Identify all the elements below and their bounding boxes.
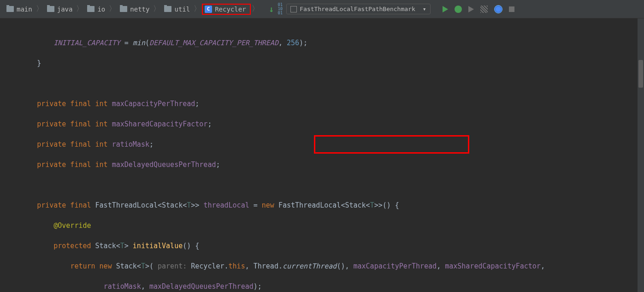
tok: maxSharedCapacityFactor [112, 120, 208, 128]
code-line: INITIAL_CAPACITY = min(DEFAULT_MAX_CAPAC… [6, 38, 644, 48]
tok: parent: [158, 262, 191, 270]
tok: () { [183, 242, 199, 250]
folder-icon [120, 6, 127, 12]
run-disabled-icon [468, 6, 474, 12]
tok: new [262, 201, 274, 209]
breadcrumb-label: util [174, 6, 190, 13]
debug-icon[interactable] [455, 6, 462, 13]
breadcrumbs: main 〉 java 〉 io 〉 netty 〉 util 〉 C Recy… [4, 4, 260, 15]
run-icon[interactable] [443, 6, 448, 12]
run-config-label: FastThreadLocalFastPathBenchmark [300, 6, 415, 12]
code-line [6, 78, 644, 89]
tok: 256 [287, 39, 299, 47]
build-arrow-icon[interactable]: ↓ [269, 4, 274, 14]
tok: initialValue [133, 242, 183, 250]
breadcrumb-util[interactable]: util [161, 4, 193, 15]
tok: DEFAULT_MAX_CAPACITY_PER_THREAD [149, 39, 278, 47]
tok: min [133, 39, 145, 47]
tok: (), [337, 262, 353, 270]
code-line: private final int maxCapacityPerThread; [6, 99, 644, 109]
breadcrumb-netty[interactable]: netty [117, 4, 152, 15]
tok: ( [145, 39, 149, 47]
code-line: private final int ratioMask; [6, 139, 644, 149]
tok: FastThreadLocal<Stack< [274, 201, 370, 209]
chevron-icon: 〉 [194, 4, 201, 14]
chevron-icon: 〉 [252, 4, 259, 14]
scroll-thumb[interactable] [638, 60, 643, 88]
folder-icon [164, 6, 171, 12]
tok: return new [70, 262, 116, 270]
tok: maxDelayedQueuesPerThread [149, 282, 254, 291]
code-line: @Override [6, 220, 644, 231]
toolbar-right: ↓ 01 10 01 FastThreadLocalFastPathBenchm… [269, 3, 514, 15]
breadcrumb-main[interactable]: main [4, 4, 35, 15]
tok: , [437, 262, 445, 270]
action-icons [443, 5, 514, 13]
tok: maxDelayedQueuesPerThread [112, 161, 216, 169]
breadcrumb-label: Recycler [215, 6, 246, 13]
tok: protected [53, 242, 95, 250]
tok: , [141, 282, 149, 291]
tok: ratioMask [104, 282, 141, 291]
tok: ; [216, 161, 220, 169]
breadcrumb-label: netty [130, 6, 149, 13]
tok: ; [195, 100, 199, 108]
tok: maxSharedCapacityFactor [445, 262, 541, 270]
tok: , [541, 262, 545, 270]
tok: @Override [53, 221, 91, 230]
tok: , [278, 39, 287, 47]
code-line: return new Stack<T>( parent: Recycler.th… [6, 261, 644, 271]
class-icon: C [205, 6, 212, 13]
tok: ); [299, 39, 307, 47]
tok: T [370, 201, 374, 209]
folder-icon [6, 6, 14, 12]
chevron-icon: 〉 [76, 4, 83, 14]
tok: > [124, 242, 133, 250]
breadcrumb-label: main [17, 6, 32, 13]
scrollbar[interactable] [638, 18, 644, 292]
tok: ; [207, 120, 212, 128]
code-line: private final FastThreadLocal<Stack<T>> … [6, 200, 644, 210]
tok: Stack< [95, 242, 120, 250]
tok: private final [37, 201, 95, 209]
profiler-icon[interactable] [494, 5, 502, 13]
binary-icon: 01 10 01 [278, 3, 283, 15]
tok: INITIAL_CAPACITY [53, 39, 120, 47]
tok: maxCapacityPerThread [354, 262, 437, 270]
tok: >( [145, 262, 158, 270]
tok: >> [191, 201, 203, 209]
tok: = [249, 201, 262, 209]
breadcrumb-label: java [57, 6, 73, 13]
tok: ); [254, 282, 262, 291]
breadcrumb-recycler[interactable]: C Recycler [202, 4, 250, 15]
tok: private final int [37, 100, 112, 108]
breadcrumb-java[interactable]: java [44, 4, 76, 15]
chevron-down-icon: ▾ [423, 6, 426, 12]
toolbar: main 〉 java 〉 io 〉 netty 〉 util 〉 C Recy… [0, 0, 644, 18]
tok: T [120, 242, 124, 250]
code-editor[interactable]: INITIAL_CAPACITY = min(DEFAULT_MAX_CAPAC… [0, 18, 644, 292]
folder-icon [47, 6, 54, 12]
tok: private final int [37, 120, 112, 128]
chevron-icon: 〉 [153, 4, 160, 14]
code-line: ratioMask, maxDelayedQueuesPerThread); [6, 281, 644, 292]
code-line: private final int maxSharedCapacityFacto… [6, 119, 644, 129]
code-line: private final int maxDelayedQueuesPerThr… [6, 160, 644, 170]
chevron-icon: 〉 [36, 4, 43, 14]
code-line: protected Stack<T> initialValue() { [6, 241, 644, 251]
breadcrumb-io[interactable]: io [84, 4, 108, 15]
breadcrumb-label: io [97, 6, 105, 13]
tok: T [187, 201, 191, 209]
tok: Recycler. [191, 262, 228, 270]
tok: threadLocal [203, 201, 249, 209]
coverage-icon[interactable] [480, 6, 488, 13]
tok: } [37, 59, 41, 67]
tok: T [141, 262, 145, 270]
tok: ; [149, 140, 154, 149]
code-line: } [6, 58, 644, 68]
tok: Stack< [116, 262, 141, 270]
code-line [6, 180, 644, 190]
tok: private final int [37, 161, 112, 169]
run-config-dropdown[interactable]: FastThreadLocalFastPathBenchmark ▾ [286, 4, 430, 14]
tok: maxCapacityPerThread [112, 100, 195, 108]
